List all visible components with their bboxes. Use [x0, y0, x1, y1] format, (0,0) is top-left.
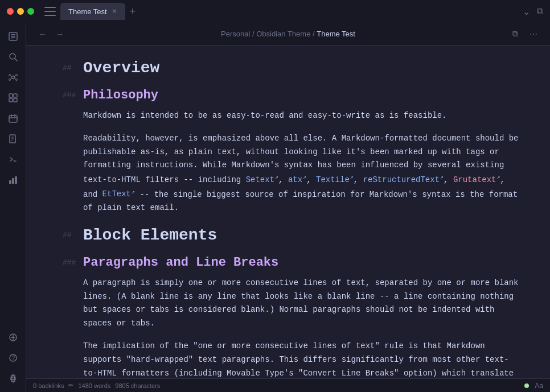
- split-view-icon[interactable]: ⧉: [537, 6, 543, 16]
- heading-paragraphs-wrapper: ### Paragraphs and Line Breaks: [63, 255, 523, 270]
- document-content: ## Overview ### Philosophy Markdown is i…: [26, 46, 550, 378]
- heading-overview-wrapper: ## Overview: [63, 59, 523, 77]
- sidebar-item-pages[interactable]: [4, 130, 22, 148]
- statusbar: 0 backlinks ✏ 1480 words 9805 characters…: [26, 378, 550, 392]
- svg-point-8: [15, 75, 17, 76]
- sidebar-item-chart[interactable]: [4, 171, 22, 189]
- svg-line-13: [10, 79, 11, 80]
- link-atx[interactable]: atx: [288, 175, 306, 184]
- svg-point-6: [11, 76, 14, 79]
- minimize-button[interactable]: [17, 8, 24, 15]
- svg-rect-28: [9, 180, 11, 184]
- heading-overview: Overview: [83, 59, 159, 77]
- svg-point-10: [15, 79, 17, 81]
- link-grutatext[interactable]: Grutatext: [453, 175, 500, 184]
- svg-text:?: ?: [11, 355, 15, 361]
- titlebar-right: ⌄ ⧉: [523, 6, 543, 17]
- forward-button[interactable]: →: [52, 27, 67, 41]
- open-in-pane-button[interactable]: ⧉: [509, 27, 522, 41]
- sidebar-item-search[interactable]: [4, 48, 22, 66]
- svg-rect-18: [14, 98, 17, 102]
- heading-philosophy: Philosophy: [83, 88, 158, 102]
- sidebar: ?: [0, 23, 26, 392]
- breadcrumb-current: Theme Test: [317, 30, 355, 38]
- section-philosophy: ### Philosophy Markdown is intended to b…: [63, 88, 523, 215]
- tab-close-icon[interactable]: ✕: [112, 8, 117, 15]
- sidebar-item-terminal[interactable]: [4, 150, 22, 168]
- tab-bar: Theme Test ✕ +: [60, 3, 518, 20]
- svg-rect-17: [9, 98, 13, 102]
- h2-marker-block: ##: [63, 231, 79, 240]
- close-button[interactable]: [7, 8, 14, 15]
- section-paragraphs: ### Paragraphs and Line Breaks A paragra…: [63, 255, 523, 378]
- link-restructuredtext[interactable]: reStructuredText: [363, 175, 444, 184]
- svg-point-36: [11, 377, 14, 380]
- chevron-down-icon[interactable]: ⌄: [523, 6, 530, 17]
- tab-theme-test[interactable]: Theme Test ✕: [60, 3, 125, 20]
- new-tab-button[interactable]: +: [126, 6, 139, 18]
- word-count: 1480 words: [78, 382, 110, 389]
- breadcrumb-obsidian-theme[interactable]: Obsidian Theme: [256, 30, 310, 38]
- h3-marker-paragraphs: ###: [63, 258, 79, 267]
- tab-label: Theme Test: [68, 7, 107, 16]
- svg-rect-16: [14, 94, 17, 97]
- traffic-lights: [7, 8, 34, 15]
- heading-block-elements-wrapper: ## Block Elements: [63, 226, 523, 244]
- para-paragraphs-1: A paragraph is simply one or more consec…: [63, 277, 523, 331]
- sidebar-item-graph[interactable]: [4, 68, 22, 86]
- svg-rect-15: [9, 94, 13, 97]
- section-block-elements: ## Block Elements: [63, 226, 523, 244]
- svg-rect-2: [11, 36, 15, 38]
- maximize-button[interactable]: [27, 8, 34, 15]
- toolbar-right: ⧉ ⋯: [509, 27, 541, 41]
- sidebar-item-calendar[interactable]: [4, 109, 22, 127]
- statusbar-left: 0 backlinks ✏ 1480 words 9805 characters: [33, 382, 520, 389]
- statusbar-right: Aa: [524, 382, 543, 390]
- svg-rect-29: [12, 178, 14, 184]
- svg-line-11: [10, 76, 11, 77]
- sync-status-icon: [524, 383, 529, 388]
- char-count: 9805 characters: [115, 382, 160, 389]
- svg-point-9: [9, 79, 10, 81]
- backlinks-count[interactable]: 0 backlinks: [33, 382, 64, 389]
- titlebar: Theme Test ✕ + ⌄ ⧉: [0, 0, 550, 23]
- heading-philosophy-wrapper: ### Philosophy: [63, 88, 523, 102]
- edit-icon[interactable]: ✏: [68, 382, 73, 389]
- section-overview: ## Overview: [63, 59, 523, 77]
- sidebar-item-help[interactable]: ?: [4, 349, 22, 367]
- svg-line-12: [14, 76, 15, 77]
- font-size-toggle[interactable]: Aa: [535, 382, 543, 390]
- svg-line-14: [14, 79, 15, 80]
- app-body: ? ← → Personal / Obsidian Theme / Theme …: [0, 23, 550, 392]
- svg-rect-3: [11, 39, 14, 39]
- main-area: ← → Personal / Obsidian Theme / Theme Te…: [26, 23, 550, 392]
- link-ettext[interactable]: EtText: [102, 189, 135, 199]
- heading-block-elements: Block Elements: [83, 226, 217, 244]
- sidebar-item-files[interactable]: [4, 27, 22, 46]
- link-setext[interactable]: Setext: [246, 175, 278, 184]
- heading-paragraphs: Paragraphs and Line Breaks: [83, 255, 278, 270]
- para-paragraphs-2: The implication of the "one or more cons…: [63, 340, 523, 378]
- sidebar-item-settings[interactable]: [4, 369, 22, 387]
- svg-point-7: [9, 75, 10, 76]
- sidebar-item-plugin-store[interactable]: [4, 328, 22, 346]
- breadcrumb: Personal / Obsidian Theme / Theme Test: [72, 30, 504, 38]
- svg-rect-30: [15, 176, 17, 184]
- svg-rect-1: [11, 34, 15, 35]
- nav-buttons: ← →: [35, 27, 67, 41]
- svg-rect-19: [9, 115, 17, 122]
- back-button[interactable]: ←: [35, 27, 50, 41]
- toolbar: ← → Personal / Obsidian Theme / Theme Te…: [26, 23, 550, 46]
- sidebar-toggle-button[interactable]: [44, 7, 56, 16]
- para-philosophy-2: Readability, however, is emphasized abov…: [63, 132, 523, 215]
- link-textile[interactable]: Textile: [316, 175, 354, 184]
- more-options-button[interactable]: ⋯: [526, 27, 541, 41]
- h3-marker-philosophy: ###: [63, 91, 79, 100]
- breadcrumb-personal[interactable]: Personal: [221, 30, 250, 38]
- h2-marker-overview: ##: [63, 64, 79, 72]
- svg-line-5: [15, 59, 17, 61]
- para-philosophy-1: Markdown is intended to be as easy-to-re…: [63, 109, 523, 123]
- sidebar-item-plugins[interactable]: [4, 89, 22, 107]
